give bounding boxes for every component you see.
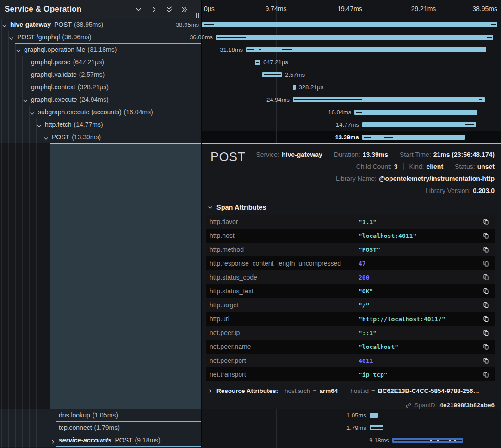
span-bar[interactable] bbox=[362, 135, 465, 140]
span-id-label: SpanID: bbox=[414, 402, 437, 409]
expand-chevron-down-icon[interactable] bbox=[23, 97, 28, 106]
copy-icon bbox=[482, 260, 489, 267]
copy-value-button[interactable] bbox=[482, 356, 490, 365]
expand-chevron-right-icon[interactable] bbox=[50, 438, 56, 446]
copy-value-button[interactable] bbox=[482, 273, 490, 282]
double-chevron-right-button[interactable] bbox=[179, 4, 190, 15]
expand-chevron-down-icon[interactable] bbox=[37, 122, 42, 131]
attribute-row: http.target"/" bbox=[206, 298, 495, 312]
span-name: http.fetch(14.77ms) bbox=[45, 118, 103, 131]
chevron-down-button[interactable] bbox=[133, 4, 144, 15]
copy-icon bbox=[482, 330, 489, 336]
attribute-value: "/" bbox=[359, 302, 482, 309]
child-span-mark bbox=[487, 37, 492, 38]
span-bar-duration-label: 1.05ms bbox=[346, 409, 366, 422]
resource-attributes-toggle[interactable]: Resource Attributes:host.arch=arm64host.… bbox=[208, 387, 495, 394]
timeline-panel: 0μs9.74ms19.47ms29.21ms38.95ms 38.95ms36… bbox=[202, 0, 501, 448]
attribute-row: http.host"localhost:4011" bbox=[206, 229, 495, 243]
attribute-value: "OK" bbox=[359, 288, 482, 295]
expand-chevron-down-icon[interactable] bbox=[30, 110, 35, 118]
span-tree-row[interactable]: graphql.parse(647.21μs) bbox=[0, 56, 201, 68]
span-tree-row[interactable]: POST(13.39ms) bbox=[0, 131, 201, 143]
attribute-key: net.peer.name bbox=[210, 343, 359, 350]
span-bar[interactable] bbox=[354, 110, 477, 115]
detail-meta-label: Start Time: bbox=[400, 151, 431, 158]
span-duration: (9.18ms) bbox=[135, 436, 161, 444]
resource-attributes-label: Resource Attributes: bbox=[216, 387, 278, 394]
panel-resize-grip[interactable] bbox=[196, 13, 199, 18]
child-span-mark bbox=[356, 112, 362, 113]
span-tree-row[interactable]: POST /graphql(36.06ms) bbox=[0, 31, 201, 44]
link-icon bbox=[405, 402, 412, 409]
span-duration: (328.21μs) bbox=[78, 83, 109, 91]
expand-chevron-down-icon[interactable] bbox=[43, 135, 49, 143]
detail-meta-label: Duration: bbox=[334, 151, 360, 158]
child-span-dot bbox=[437, 440, 439, 441]
chevron-down-icon bbox=[135, 6, 142, 13]
span-detail-title: POST bbox=[210, 150, 246, 164]
copy-value-button[interactable] bbox=[482, 259, 490, 268]
expand-chevron-down-icon[interactable] bbox=[9, 35, 14, 43]
copy-value-button[interactable] bbox=[482, 245, 490, 254]
attribute-key: net.peer.port bbox=[210, 357, 359, 364]
child-span-mark bbox=[479, 99, 482, 100]
panel-title: Service & Operation bbox=[5, 5, 81, 14]
span-name: graphql.execute(24.94ms) bbox=[31, 93, 109, 106]
chevron-right-icon bbox=[208, 388, 213, 393]
attribute-row: net.peer.ip"::1" bbox=[206, 326, 495, 340]
span-tree-row[interactable]: service-accountsPOST(9.18ms) bbox=[0, 434, 201, 447]
copy-icon bbox=[482, 232, 489, 239]
span-tree-row[interactable]: graphql.execute(24.94ms) bbox=[0, 93, 201, 106]
attribute-row: http.status_code200 bbox=[206, 270, 495, 284]
double-chevron-down-button[interactable] bbox=[163, 4, 174, 15]
copy-value-button[interactable] bbox=[482, 315, 490, 324]
ruler-tick-label: 38.95ms bbox=[472, 5, 497, 12]
expand-chevron-down-icon[interactable] bbox=[16, 47, 21, 56]
chevron-right-icon bbox=[50, 439, 56, 444]
span-duration: (38.95ms) bbox=[74, 21, 103, 28]
span-tree-row[interactable]: hive-gatewayPOST(38.95ms) bbox=[0, 19, 201, 31]
copy-value-button[interactable] bbox=[482, 342, 490, 351]
child-span-dot bbox=[430, 440, 432, 441]
span-tree-row[interactable]: graphql.context(328.21μs) bbox=[0, 81, 201, 93]
span-name: graphql.parse(647.21μs) bbox=[31, 56, 104, 68]
span-bar[interactable] bbox=[362, 122, 476, 127]
copy-value-button[interactable] bbox=[482, 287, 490, 296]
span-tree-row[interactable]: dns.lookup(1.05ms) bbox=[0, 409, 201, 422]
span-tree-row[interactable]: graphql.validate(2.57ms) bbox=[0, 68, 201, 81]
child-span-mark bbox=[259, 49, 261, 50]
copy-value-button[interactable] bbox=[482, 301, 490, 310]
span-bar-duration-label: 38.95ms bbox=[176, 19, 199, 31]
span-bar[interactable] bbox=[216, 35, 493, 40]
copy-value-button[interactable] bbox=[482, 231, 490, 240]
span-name: hive-gatewayPOST(38.95ms) bbox=[10, 19, 103, 31]
span-bar[interactable] bbox=[370, 413, 378, 418]
span-bar-duration-label: 14.77ms bbox=[336, 118, 359, 131]
attribute-value: 200 bbox=[359, 274, 482, 281]
copy-value-button[interactable] bbox=[482, 218, 490, 226]
service-name: hive-gateway bbox=[10, 21, 51, 28]
span-bar[interactable] bbox=[202, 22, 497, 27]
span-tree: hive-gatewayPOST(38.95ms)POST /graphql(3… bbox=[0, 19, 201, 448]
chevron-down-icon bbox=[37, 124, 42, 129]
resource-value: BC62E13B-C4CC-5854-9788-256… bbox=[378, 387, 479, 394]
span-tree-row[interactable]: tcp.connect(1.79ms) bbox=[0, 422, 201, 434]
span-tree-row[interactable]: http.fetch(14.77ms) bbox=[0, 118, 201, 131]
expand-chevron-down-icon[interactable] bbox=[2, 22, 7, 31]
deep-link-button[interactable] bbox=[405, 402, 412, 409]
span-tree-row[interactable]: subgraph.execute (accounts)(16.04ms) bbox=[0, 106, 201, 118]
detail-meta-label: Service: bbox=[256, 151, 279, 158]
child-span-mark bbox=[282, 49, 292, 50]
span-bar-duration-label: 36.06ms bbox=[190, 31, 213, 44]
span-tree-row[interactable]: graphql.operation Me(31.18ms) bbox=[0, 44, 201, 56]
chevron-down-icon bbox=[2, 24, 7, 29]
copy-value-button[interactable] bbox=[482, 329, 490, 337]
span-attributes-toggle[interactable]: Span Attributes bbox=[208, 204, 266, 211]
copy-value-button[interactable] bbox=[482, 370, 490, 379]
chevron-right-button[interactable] bbox=[148, 4, 159, 15]
span-bar[interactable] bbox=[293, 85, 296, 90]
attribute-key: http.url bbox=[210, 315, 359, 323]
chevron-right-icon bbox=[208, 388, 213, 393]
attribute-value: "ip_tcp" bbox=[359, 371, 482, 378]
span-attributes-label: Span Attributes bbox=[216, 204, 266, 211]
